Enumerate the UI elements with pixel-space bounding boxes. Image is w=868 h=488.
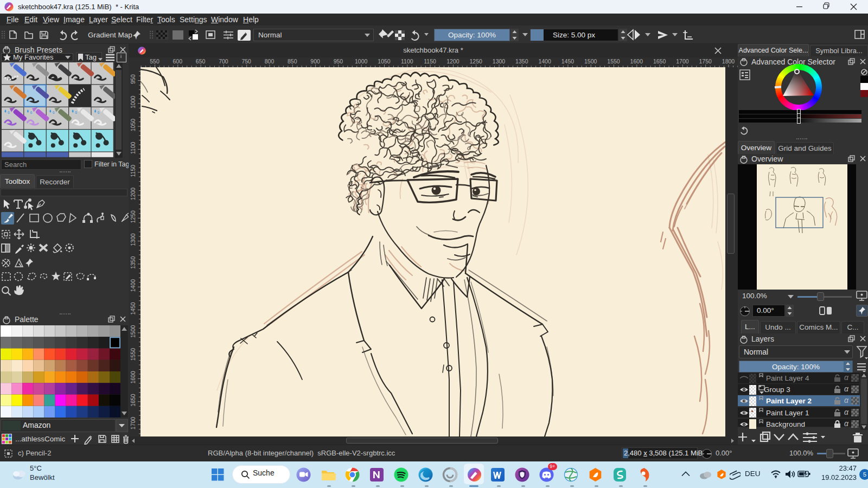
svg-text:1000: 1000	[130, 95, 136, 108]
svg-text:6: 6	[30, 111, 32, 114]
svg-text:1450: 1450	[561, 58, 575, 65]
svg-text:1650: 1650	[130, 394, 136, 407]
svg-text:6: 6	[53, 111, 55, 114]
svg-text:850: 850	[288, 58, 297, 65]
svg-text:6: 6	[75, 111, 77, 114]
svg-text:1200: 1200	[446, 58, 459, 65]
svg-text:1250: 1250	[470, 58, 483, 65]
svg-text:1250: 1250	[130, 210, 136, 223]
svg-text:800: 800	[265, 58, 275, 65]
svg-text:1150: 1150	[424, 58, 436, 65]
svg-text:1500: 1500	[584, 58, 597, 65]
svg-text:1100: 1100	[401, 58, 413, 65]
svg-text:6: 6	[98, 111, 100, 114]
svg-text:1550: 1550	[607, 58, 620, 65]
svg-text:1550: 1550	[130, 348, 136, 361]
svg-text:1300: 1300	[130, 233, 136, 246]
svg-text:1700: 1700	[130, 417, 136, 430]
svg-text:1200: 1200	[130, 188, 136, 201]
svg-text:1300: 1300	[493, 58, 506, 65]
svg-text:1100: 1100	[130, 142, 136, 154]
svg-text:1750: 1750	[699, 58, 712, 65]
svg-text:1050: 1050	[130, 119, 136, 132]
svg-text:900: 900	[310, 58, 320, 65]
svg-text:750: 750	[241, 58, 251, 65]
svg-text:Gradient Map: Gradient Map	[88, 31, 132, 39]
svg-text:700: 700	[219, 58, 228, 65]
svg-text:1050: 1050	[378, 58, 391, 65]
svg-text:6: 6	[8, 111, 10, 114]
svg-text:1450: 1450	[130, 302, 136, 315]
svg-text:1500: 1500	[130, 325, 136, 338]
svg-text:1650: 1650	[653, 58, 666, 65]
svg-text:600: 600	[173, 58, 183, 65]
svg-text:1700: 1700	[676, 58, 689, 65]
svg-text:550: 550	[150, 58, 159, 65]
svg-text:1600: 1600	[130, 371, 136, 384]
svg-text:1600: 1600	[630, 58, 643, 65]
svg-text:950: 950	[130, 74, 136, 84]
svg-text:650: 650	[196, 58, 206, 65]
svg-text:1400: 1400	[538, 58, 551, 65]
svg-text:1150: 1150	[130, 165, 136, 177]
svg-text:950: 950	[334, 58, 343, 65]
svg-text:1400: 1400	[130, 279, 136, 292]
svg-text:1000: 1000	[355, 58, 368, 65]
svg-text:1350: 1350	[515, 58, 528, 65]
svg-text:1350: 1350	[130, 256, 136, 269]
svg-text:1800: 1800	[722, 58, 735, 65]
